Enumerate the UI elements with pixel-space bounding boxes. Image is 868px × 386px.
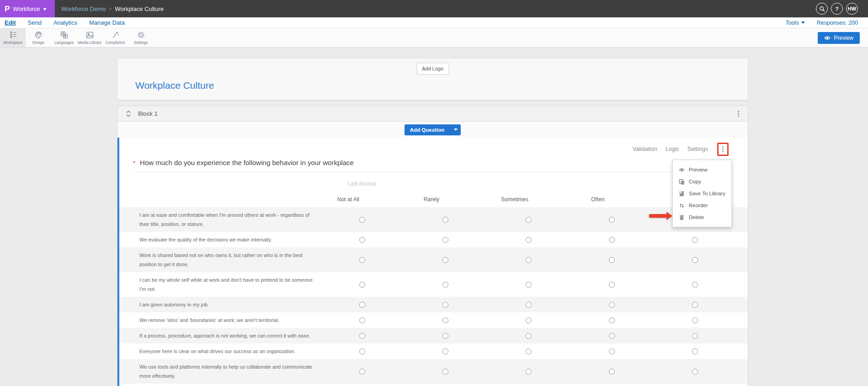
radio-option[interactable] — [442, 237, 448, 243]
radio-option[interactable] — [442, 317, 448, 323]
toolbar-label: Design — [32, 40, 44, 45]
add-question-dropdown-button[interactable] — [450, 124, 461, 135]
add-question-button[interactable]: Add Question — [405, 124, 450, 135]
row-statement[interactable]: We remove 'silos' and 'boundaries' at wo… — [133, 312, 320, 328]
search-button[interactable] — [816, 3, 828, 15]
toolbar-item-languages[interactable]: Languages — [51, 28, 77, 47]
radio-option[interactable] — [526, 348, 532, 354]
radio-option[interactable] — [359, 302, 365, 308]
help-button[interactable]: ? — [831, 3, 843, 15]
row-statement[interactable]: We evaluate the quality of the decisions… — [133, 232, 320, 247]
radio-option[interactable] — [609, 237, 615, 243]
reorder-icon — [678, 202, 685, 209]
logic-link[interactable]: Logic — [666, 146, 679, 152]
column-header[interactable]: Often — [556, 196, 639, 203]
column-header[interactable]: Sometimes — [473, 196, 556, 203]
radio-option[interactable] — [359, 282, 365, 288]
add-question-group: Add Question — [405, 124, 461, 135]
copy-icon — [678, 178, 685, 185]
radio-option[interactable] — [359, 317, 365, 323]
question-options-button[interactable] — [721, 145, 725, 154]
toolbar-item-completion[interactable]: Completion — [102, 28, 128, 47]
radio-option[interactable] — [692, 237, 698, 243]
radio-option[interactable] — [442, 257, 448, 263]
radio-option[interactable] — [526, 369, 532, 375]
matrix-table: Not at All Rarely Sometimes Often I am a… — [119, 193, 748, 384]
chevron-down-icon — [801, 21, 805, 24]
menu-item-delete[interactable]: Delete — [673, 211, 731, 223]
left-anchor-placeholder[interactable]: Left Anchor — [348, 181, 377, 187]
radio-option[interactable] — [692, 348, 698, 354]
toolbar-item-media-library[interactable]: Media Library — [77, 28, 102, 47]
product-switcher[interactable]: P Workforce — [0, 0, 55, 17]
block-options-button[interactable] — [736, 109, 740, 118]
radio-option[interactable] — [609, 302, 615, 308]
radio-option[interactable] — [526, 282, 532, 288]
radio-option[interactable] — [692, 257, 698, 263]
radio-option[interactable] — [526, 237, 532, 243]
radio-option[interactable] — [692, 369, 698, 375]
radio-option[interactable] — [609, 369, 615, 375]
column-header[interactable]: Not at All — [307, 196, 390, 203]
radio-option[interactable] — [359, 217, 365, 223]
collapse-questions-button[interactable] — [126, 110, 132, 118]
menu-item-save-to-library[interactable]: Save To Library — [673, 188, 731, 199]
radio-option[interactable] — [609, 257, 615, 263]
block-name[interactable]: Block 1 — [138, 110, 158, 117]
tab-send[interactable]: Send — [28, 18, 42, 27]
question-text-row[interactable]: * How much do you experience the followi… — [133, 159, 729, 172]
radio-option[interactable] — [609, 282, 615, 288]
radio-option[interactable] — [609, 333, 615, 339]
breadcrumb-parent[interactable]: Workforce Demo — [61, 5, 106, 12]
tab-analytics[interactable]: Analytics — [53, 18, 77, 27]
survey-title[interactable]: Workplace Culture — [135, 80, 214, 91]
radio-option[interactable] — [442, 333, 448, 339]
row-statement[interactable]: I am given autonomy in my job. — [133, 297, 320, 312]
radio-option[interactable] — [692, 333, 698, 339]
tab-edit[interactable]: Edit — [5, 18, 16, 27]
radio-option[interactable] — [609, 217, 615, 223]
radio-option[interactable] — [692, 302, 698, 308]
radio-option[interactable] — [526, 333, 532, 339]
preview-survey-button[interactable]: Preview — [818, 32, 860, 44]
menu-item-copy[interactable]: Copy — [673, 176, 731, 188]
radio-option[interactable] — [609, 317, 615, 323]
radio-option[interactable] — [442, 302, 448, 308]
radio-option[interactable] — [526, 217, 532, 223]
radio-option[interactable] — [609, 348, 615, 354]
toolbar-item-workspace[interactable]: Workspace — [0, 28, 26, 47]
radio-option[interactable] — [692, 317, 698, 323]
row-statement[interactable]: I am at ease and comfortable when I'm ar… — [133, 207, 320, 232]
toolbar-item-settings[interactable]: Settings — [128, 28, 154, 47]
radio-option[interactable] — [526, 257, 532, 263]
tab-manage-data[interactable]: Manage Data — [89, 18, 125, 27]
tools-label: Tools — [785, 20, 799, 26]
radio-option[interactable] — [526, 302, 532, 308]
radio-option[interactable] — [526, 317, 532, 323]
tools-menu[interactable]: Tools — [785, 20, 804, 26]
avatar[interactable]: HW — [846, 3, 858, 15]
validation-link[interactable]: Validation — [633, 146, 657, 152]
radio-option[interactable] — [442, 348, 448, 354]
menu-item-reorder[interactable]: Reorder — [673, 199, 731, 211]
radio-option[interactable] — [692, 282, 698, 288]
row-statement[interactable]: I can be my whole self while at work and… — [133, 272, 320, 297]
toolbar-item-design[interactable]: Design — [26, 28, 51, 47]
radio-option[interactable] — [442, 369, 448, 375]
question-text[interactable]: How much do you experience the following… — [140, 159, 354, 166]
settings-link[interactable]: Settings — [687, 146, 708, 152]
row-statement[interactable]: Work is shared based not on who owns it,… — [133, 247, 320, 272]
row-statement[interactable]: Everyone here is clear on what drives ou… — [133, 343, 320, 359]
radio-option[interactable] — [359, 237, 365, 243]
radio-option[interactable] — [359, 333, 365, 339]
radio-option[interactable] — [359, 348, 365, 354]
radio-option[interactable] — [359, 369, 365, 375]
row-statement[interactable]: If a process, procedure, approach is not… — [133, 328, 320, 343]
radio-option[interactable] — [442, 217, 448, 223]
add-logo-button[interactable]: Add Logo — [416, 63, 449, 75]
column-header[interactable]: Rarely — [390, 196, 473, 203]
radio-option[interactable] — [359, 257, 365, 263]
menu-item-preview[interactable]: Preview — [673, 164, 731, 176]
row-statement[interactable]: We use tools and platforms internally to… — [133, 359, 320, 384]
radio-option[interactable] — [442, 282, 448, 288]
